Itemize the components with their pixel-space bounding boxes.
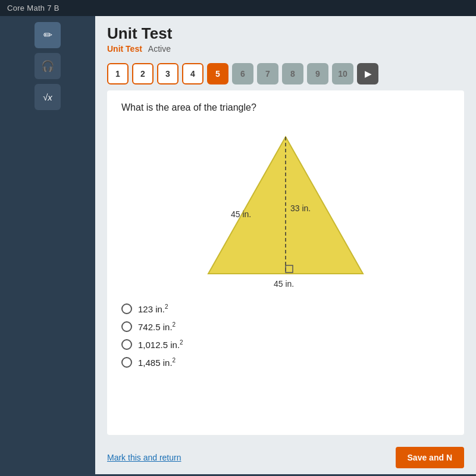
question-btn-4[interactable]: 4 — [182, 63, 203, 84]
question-btn-3[interactable]: 3 — [157, 63, 178, 84]
breadcrumb-unit: Unit Test — [107, 44, 142, 54]
answer-option-1[interactable]: 123 in.2 — [121, 303, 450, 314]
question-text: What is the area of the triangle? — [121, 102, 450, 113]
triangle-svg: 33 in. 45 in. 45 in. — [190, 125, 381, 292]
question-btn-9[interactable]: 9 — [307, 63, 328, 84]
question-btn-8[interactable]: 8 — [282, 63, 303, 84]
answer-option-2[interactable]: 742.5 in.2 — [121, 321, 450, 332]
breadcrumb: Unit Test Active — [107, 44, 464, 54]
radio-4[interactable] — [121, 357, 132, 368]
question-btn-7[interactable]: 7 — [257, 63, 278, 84]
question-btn-2[interactable]: 2 — [132, 63, 154, 84]
radio-1[interactable] — [121, 303, 132, 314]
content-header: Unit Test Unit Test Active — [95, 16, 476, 57]
triangle-container: 33 in. 45 in. 45 in. — [121, 125, 450, 292]
bottom-bar: Mark this and return Save and N — [95, 441, 476, 474]
headphone-icon[interactable]: 🎧 — [35, 53, 61, 79]
answer-option-4[interactable]: 1,485 in.2 — [121, 357, 450, 368]
radio-2[interactable] — [121, 321, 132, 332]
option-1-label: 123 in.2 — [138, 303, 168, 314]
sidebar: ✏ 🎧 √x — [0, 16, 95, 474]
content-area: Unit Test Unit Test Active 1 2 3 4 5 6 7… — [95, 16, 476, 474]
breadcrumb-status: Active — [148, 44, 171, 54]
question-btn-5[interactable]: 5 — [207, 63, 228, 84]
option-2-label: 742.5 in.2 — [138, 321, 176, 332]
svg-text:45 in.: 45 in. — [231, 209, 251, 219]
question-btn-6[interactable]: 6 — [232, 63, 253, 84]
next-arrow-btn[interactable]: ▶ — [357, 63, 378, 84]
answer-options: 123 in.2 742.5 in.2 1,012.5 in.2 1,485 i… — [121, 303, 450, 368]
option-4-label: 1,485 in.2 — [138, 357, 176, 368]
top-bar-title: Core Math 7 B — [7, 4, 60, 12]
option-3-label: 1,012.5 in.2 — [138, 339, 183, 350]
svg-text:33 in.: 33 in. — [290, 203, 311, 213]
pencil-icon[interactable]: ✏ — [35, 22, 61, 48]
formula-icon[interactable]: √x — [35, 84, 61, 110]
svg-text:45 in.: 45 in. — [274, 279, 294, 289]
question-content: What is the area of the triangle? 33 in.… — [107, 90, 464, 435]
top-bar: Core Math 7 B — [0, 0, 476, 16]
main-layout: ✏ 🎧 √x Unit Test Unit Test Active 1 2 3 … — [0, 16, 476, 474]
answer-option-3[interactable]: 1,012.5 in.2 — [121, 339, 450, 350]
radio-3[interactable] — [121, 339, 132, 350]
page-title: Unit Test — [107, 24, 464, 43]
question-btn-10[interactable]: 10 — [332, 63, 353, 84]
save-button[interactable]: Save and N — [396, 447, 464, 468]
mark-return-link[interactable]: Mark this and return — [107, 453, 181, 462]
question-nav: 1 2 3 4 5 6 7 8 9 10 ▶ — [95, 57, 476, 90]
question-btn-1[interactable]: 1 — [107, 63, 129, 84]
